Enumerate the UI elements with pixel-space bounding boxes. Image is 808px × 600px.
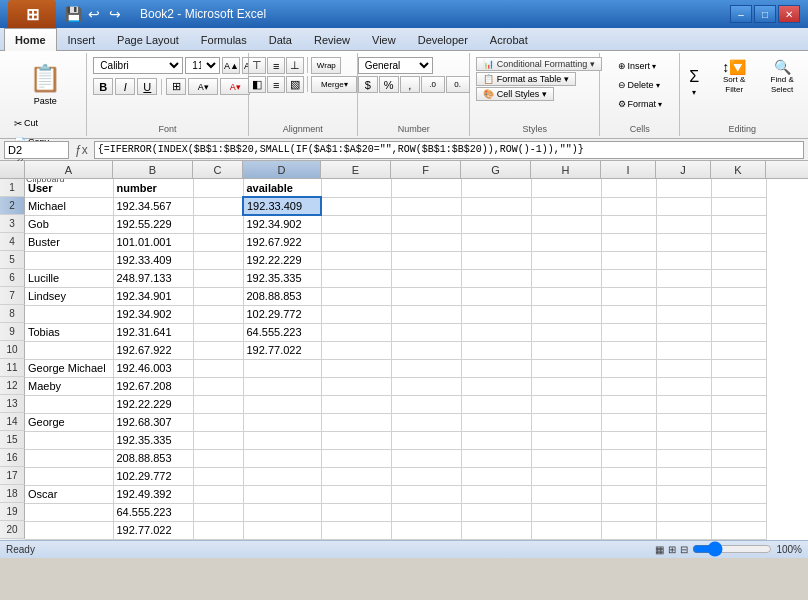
cell-h14[interactable] [531, 413, 601, 431]
cell-b10[interactable]: 192.67.922 [113, 341, 193, 359]
cell-i2[interactable] [601, 197, 656, 215]
cell-b13[interactable]: 192.22.229 [113, 395, 193, 413]
cell-a9[interactable]: Tobias [25, 323, 113, 341]
cell-f13[interactable] [391, 395, 461, 413]
cell-c2[interactable] [193, 197, 243, 215]
cell-c12[interactable] [193, 377, 243, 395]
row-header-17[interactable]: 17 [0, 467, 25, 485]
cell-j8[interactable] [656, 305, 711, 323]
cell-i8[interactable] [601, 305, 656, 323]
increase-decimal-button[interactable]: .0 [421, 76, 445, 93]
undo-button[interactable]: ↩ [85, 5, 103, 23]
cell-d20[interactable] [243, 521, 321, 539]
cell-k15[interactable] [711, 431, 766, 449]
cell-e20[interactable] [321, 521, 391, 539]
cell-i5[interactable] [601, 251, 656, 269]
cell-b9[interactable]: 192.31.641 [113, 323, 193, 341]
minimize-button[interactable]: – [730, 5, 752, 23]
cell-reference-box[interactable]: D2 [4, 141, 69, 159]
cell-k3[interactable] [711, 215, 766, 233]
cell-d19[interactable] [243, 503, 321, 521]
cell-c3[interactable] [193, 215, 243, 233]
cell-j6[interactable] [656, 269, 711, 287]
cell-e14[interactable] [321, 413, 391, 431]
cell-k7[interactable] [711, 287, 766, 305]
cell-h15[interactable] [531, 431, 601, 449]
cell-f7[interactable] [391, 287, 461, 305]
cell-e1[interactable] [321, 179, 391, 197]
cell-f19[interactable] [391, 503, 461, 521]
delete-cells-button[interactable]: ⊖ Delete ▾ [613, 76, 665, 94]
merge-center-button[interactable]: Merge▾ [311, 76, 357, 93]
cell-d17[interactable] [243, 467, 321, 485]
cell-d2[interactable]: 192.33.409 [243, 197, 321, 215]
cell-g16[interactable] [461, 449, 531, 467]
cell-h16[interactable] [531, 449, 601, 467]
cell-d11[interactable] [243, 359, 321, 377]
cell-j16[interactable] [656, 449, 711, 467]
col-header-i[interactable]: I [601, 161, 656, 178]
cell-g15[interactable] [461, 431, 531, 449]
cell-f14[interactable] [391, 413, 461, 431]
cell-styles-button[interactable]: 🎨 Cell Styles ▾ [476, 87, 554, 101]
font-size-select[interactable]: 11 [185, 57, 220, 74]
cell-c16[interactable] [193, 449, 243, 467]
cell-a13[interactable] [25, 395, 113, 413]
cell-i10[interactable] [601, 341, 656, 359]
cell-b18[interactable]: 192.49.392 [113, 485, 193, 503]
cell-b1[interactable]: number [113, 179, 193, 197]
view-break-icon[interactable]: ⊟ [680, 544, 688, 555]
cell-h9[interactable] [531, 323, 601, 341]
cell-f10[interactable] [391, 341, 461, 359]
cell-a18[interactable]: Oscar [25, 485, 113, 503]
cell-b19[interactable]: 64.555.223 [113, 503, 193, 521]
col-header-a[interactable]: A [25, 161, 113, 178]
cell-g8[interactable] [461, 305, 531, 323]
cell-k12[interactable] [711, 377, 766, 395]
redo-button[interactable]: ↪ [106, 5, 124, 23]
cell-c18[interactable] [193, 485, 243, 503]
cell-f4[interactable] [391, 233, 461, 251]
tab-acrobat[interactable]: Acrobat [479, 28, 539, 50]
cell-g17[interactable] [461, 467, 531, 485]
row-header-19[interactable]: 19 [0, 503, 25, 521]
tab-data[interactable]: Data [258, 28, 303, 50]
cell-f20[interactable] [391, 521, 461, 539]
cell-f18[interactable] [391, 485, 461, 503]
row-header-18[interactable]: 18 [0, 485, 25, 503]
cell-g3[interactable] [461, 215, 531, 233]
cell-j9[interactable] [656, 323, 711, 341]
cell-g12[interactable] [461, 377, 531, 395]
cell-j1[interactable] [656, 179, 711, 197]
cell-d3[interactable]: 192.34.902 [243, 215, 321, 233]
align-left-button[interactable]: ◧ [248, 76, 266, 93]
sort-filter-button[interactable]: ↕🔽 Sort & Filter [711, 57, 757, 96]
maximize-button[interactable]: □ [754, 5, 776, 23]
cell-f2[interactable] [391, 197, 461, 215]
cell-j11[interactable] [656, 359, 711, 377]
align-center-button[interactable]: ≡ [267, 76, 285, 93]
cell-d6[interactable]: 192.35.335 [243, 269, 321, 287]
cell-h10[interactable] [531, 341, 601, 359]
cell-k13[interactable] [711, 395, 766, 413]
cell-b12[interactable]: 192.67.208 [113, 377, 193, 395]
function-wizard-icon[interactable]: ƒx [73, 143, 90, 157]
cell-a3[interactable]: Gob [25, 215, 113, 233]
cell-d5[interactable]: 192.22.229 [243, 251, 321, 269]
cell-i16[interactable] [601, 449, 656, 467]
cell-j4[interactable] [656, 233, 711, 251]
cell-b15[interactable]: 192.35.335 [113, 431, 193, 449]
close-button[interactable]: ✕ [778, 5, 800, 23]
cell-c10[interactable] [193, 341, 243, 359]
cell-g18[interactable] [461, 485, 531, 503]
cell-h19[interactable] [531, 503, 601, 521]
row-header-1[interactable]: 1 [0, 179, 25, 197]
wrap-text-button[interactable]: Wrap [311, 57, 341, 74]
cell-c14[interactable] [193, 413, 243, 431]
increase-font-button[interactable]: A▲ [222, 57, 240, 74]
cell-h2[interactable] [531, 197, 601, 215]
cell-d12[interactable] [243, 377, 321, 395]
align-middle-button[interactable]: ≡ [267, 57, 285, 74]
row-header-14[interactable]: 14 [0, 413, 25, 431]
cell-b11[interactable]: 192.46.003 [113, 359, 193, 377]
